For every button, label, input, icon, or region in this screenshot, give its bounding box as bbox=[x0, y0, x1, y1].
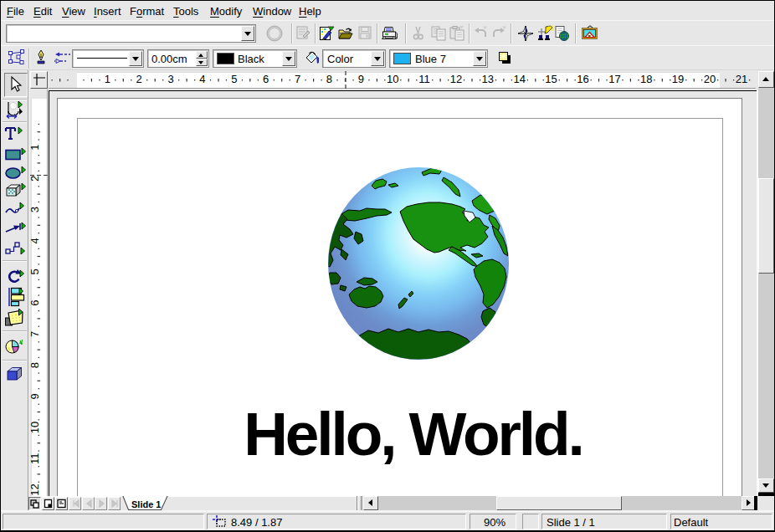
svg-text:14: 14 bbox=[513, 73, 525, 85]
svg-text:7: 7 bbox=[30, 331, 41, 337]
svg-text:18: 18 bbox=[640, 73, 652, 85]
svg-text:10: 10 bbox=[387, 73, 398, 85]
svg-text:13: 13 bbox=[482, 73, 494, 85]
svg-text:20: 20 bbox=[704, 73, 716, 85]
svg-text:1: 1 bbox=[105, 73, 110, 85]
svg-text:12: 12 bbox=[450, 73, 462, 85]
svg-text:11: 11 bbox=[418, 73, 429, 85]
svg-text:3: 3 bbox=[167, 73, 173, 85]
svg-text:5: 5 bbox=[30, 269, 41, 274]
svg-text:8: 8 bbox=[30, 362, 41, 368]
svg-text:15: 15 bbox=[545, 73, 557, 85]
svg-text:19: 19 bbox=[672, 73, 684, 85]
svg-text:2: 2 bbox=[136, 73, 142, 85]
svg-text:6: 6 bbox=[30, 300, 41, 306]
svg-text:4: 4 bbox=[199, 73, 205, 85]
svg-text:2: 2 bbox=[30, 176, 41, 182]
svg-text:5: 5 bbox=[231, 73, 237, 85]
svg-text:9: 9 bbox=[358, 73, 364, 85]
svg-text:4: 4 bbox=[30, 238, 41, 243]
svg-text:17: 17 bbox=[608, 73, 620, 85]
svg-text:1: 1 bbox=[30, 145, 41, 151]
svg-text:7: 7 bbox=[295, 73, 300, 85]
svg-text:6: 6 bbox=[263, 73, 269, 85]
svg-text:16: 16 bbox=[577, 73, 588, 85]
svg-text:8: 8 bbox=[326, 73, 332, 85]
svg-text:21: 21 bbox=[736, 73, 747, 85]
svg-text:12: 12 bbox=[30, 483, 41, 495]
svg-text:3: 3 bbox=[30, 207, 41, 212]
